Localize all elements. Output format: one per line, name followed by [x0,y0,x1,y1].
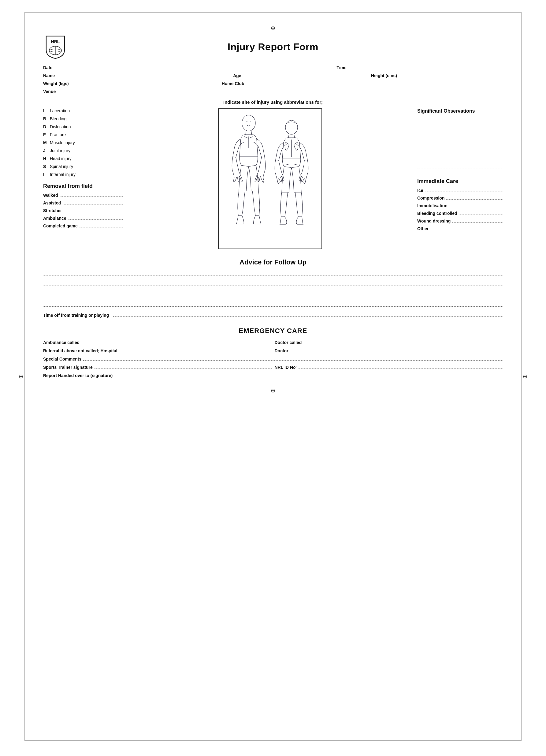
doctor-called-segment: Doctor called [275,340,503,345]
height-field[interactable] [399,77,503,77]
age-field[interactable] [243,77,365,77]
nrl-logo: NRL [43,35,68,59]
obs-line-2[interactable] [417,125,503,129]
immediate-care-title: Immediate Care [417,178,503,185]
legend-text-0: Laceration [50,108,70,113]
em-row-3: Sports Trainer signature NRL ID No' [43,365,503,370]
weight-field[interactable] [71,85,216,85]
em-row-1: Referral if above not called; Hospital D… [43,348,503,353]
advice-line-2[interactable] [43,282,503,286]
removal-item-3: Ambulance [43,215,123,221]
legend-item-5: J Joint injury [43,148,123,153]
venue-segment: Venue [43,89,503,94]
care-field-bleeding[interactable] [459,211,503,215]
special-comments-segment: Special Comments [43,356,503,361]
referral-doctor-label: Doctor [275,348,288,353]
svg-text:NRL: NRL [51,39,60,44]
legend-letter-6: H [43,156,50,161]
removal-item-1: Assisted [43,200,123,205]
legend-text-6: Head injury [50,156,72,161]
care-field-immobilisation[interactable] [449,203,503,207]
trainer-sig-label: Sports Trainer signature [43,365,93,370]
obs-line-3[interactable] [417,133,503,137]
legend-item-7: S Spinal injury [43,164,123,169]
removal-field-stretcher[interactable] [64,208,123,212]
advice-line-1[interactable] [43,271,503,275]
trainer-sig-segment: Sports Trainer signature [43,365,272,370]
legend-letter-3: F [43,132,50,137]
removal-item-4: Completed game [43,223,123,228]
nrl-id-field[interactable] [298,365,503,369]
care-field-ice[interactable] [425,188,503,192]
body-diagram-box [218,108,322,249]
removal-field-assisted[interactable] [63,200,123,204]
removal-label-completed-game: Completed game [43,223,78,228]
trainer-sig-field[interactable] [95,365,272,369]
emergency-section: EMERGENCY CARE Ambulance called Doctor c… [43,327,503,378]
venue-field[interactable] [58,93,503,93]
referral-segment: Referral if above not called; Hospital [43,348,272,353]
removal-title: Removal from field [43,183,123,189]
name-segment: Name [43,73,227,78]
em-row-2: Special Comments [43,356,503,361]
doctor-called-field[interactable] [303,340,503,344]
home-club-field[interactable] [246,85,503,85]
homeclub-segment: Home Club [216,81,503,86]
referral-doctor-field[interactable] [290,348,503,352]
handed-over-field[interactable] [114,373,503,377]
care-label-compression: Compression [417,196,444,200]
removal-field-completed-game[interactable] [80,223,123,227]
removal-field-walked[interactable] [60,193,123,197]
legend-text-2: Dislocation [50,124,71,129]
legend-list: L Laceration B Bleeding D Dislocation F … [43,108,123,177]
legend-text-3: Fracture [50,132,66,137]
obs-line-5[interactable] [417,149,503,153]
body-diagram-svg [221,111,319,246]
name-field[interactable] [57,77,227,77]
obs-line-6[interactable] [417,157,503,161]
advice-title: Advice for Follow Up [43,258,503,266]
date-field[interactable] [54,69,330,69]
name-age-height-row: Name Age Height (cms) [43,73,503,78]
svg-line-12 [288,134,289,138]
svg-line-4 [246,130,246,135]
advice-line-3[interactable] [43,292,503,296]
legend-item-8: I Internal injury [43,172,123,177]
care-field-wound[interactable] [452,218,503,223]
care-field-other[interactable] [430,226,503,230]
left-registration-mark: ⊕ [19,373,23,380]
time-label: Time [336,65,346,70]
ambulance-called-label: Ambulance called [43,340,80,345]
obs-line-7[interactable] [417,165,503,169]
removal-label-walked: Walked [43,193,58,198]
time-off-label: Time off from training or playing [43,313,109,318]
legend-letter-5: J [43,148,50,153]
handed-over-segment: Report Handed over to (signature) [43,373,503,378]
time-field[interactable] [348,69,503,69]
svg-point-11 [285,120,297,134]
bottom-registration-mark: ⊕ [43,387,503,394]
obs-line-1[interactable] [417,117,503,121]
referral-hospital-field[interactable] [119,348,272,352]
ambulance-called-segment: Ambulance called [43,340,272,345]
immediate-care-section: Immediate Care Ice Compression Immobilis… [417,178,503,231]
time-off-field[interactable] [113,316,503,317]
doctor-called-label: Doctor called [275,340,302,345]
removal-field-ambulance[interactable] [68,215,123,220]
care-label-immobilisation: Immobilisation [417,203,447,208]
svg-point-3 [242,115,256,131]
age-label: Age [233,73,241,78]
date-label: Date [43,65,52,70]
care-item-compression: Compression [417,195,503,200]
legend-text-1: Bleeding [50,116,67,121]
obs-line-4[interactable] [417,141,503,145]
advice-line-4[interactable] [43,302,503,307]
ambulance-called-field[interactable] [81,340,271,344]
care-item-other: Other [417,226,503,231]
care-field-compression[interactable] [446,195,503,200]
svg-line-13 [294,134,294,138]
handed-over-label: Report Handed over to (signature) [43,373,113,378]
legend-letter-2: D [43,124,50,129]
special-comments-field[interactable] [83,356,503,361]
care-label-wound: Wound dressing [417,219,451,223]
